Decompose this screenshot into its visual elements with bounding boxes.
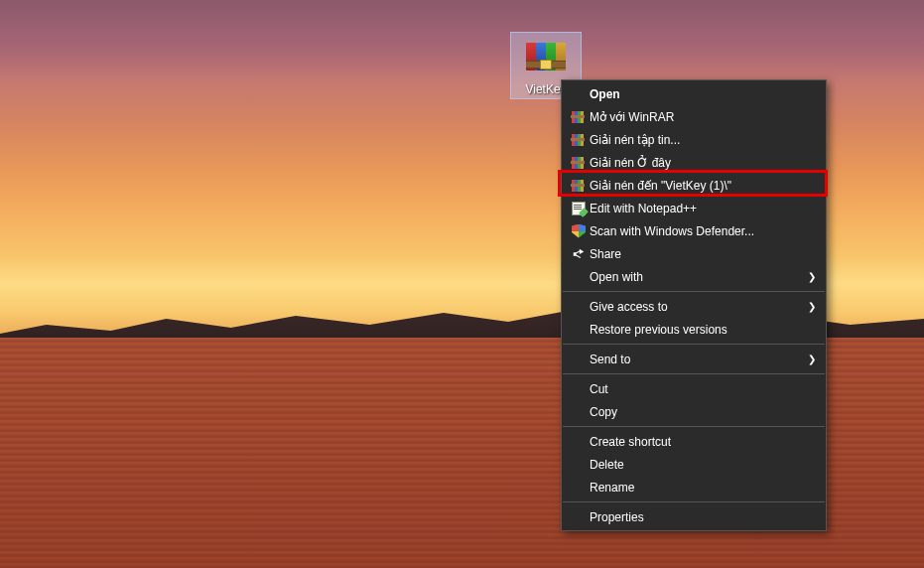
menu-icon-slot bbox=[568, 223, 590, 239]
menu-icon-slot bbox=[568, 299, 590, 315]
menu-item[interactable]: Give access to❯ bbox=[562, 295, 826, 318]
menu-item-label: Create shortcut bbox=[590, 435, 796, 449]
menu-icon-slot bbox=[568, 457, 590, 473]
menu-item-label: Giải nén Ở đây bbox=[590, 156, 796, 170]
menu-item-label: Properties bbox=[590, 510, 796, 524]
menu-icon-slot bbox=[568, 155, 590, 171]
menu-item[interactable]: Giải nén Ở đây bbox=[562, 151, 826, 174]
menu-item[interactable]: Giải nén tập tin... bbox=[562, 128, 826, 151]
menu-icon-slot bbox=[568, 322, 590, 338]
winrar-icon bbox=[571, 133, 587, 147]
menu-icon-slot bbox=[568, 352, 590, 367]
menu-separator bbox=[563, 344, 825, 345]
menu-separator bbox=[563, 373, 825, 374]
menu-item-label: Give access to bbox=[590, 300, 796, 314]
menu-item-label: Restore previous versions bbox=[590, 323, 796, 337]
menu-icon-slot bbox=[568, 434, 590, 450]
menu-item[interactable]: Giải nén đến "VietKey (1)\" bbox=[562, 174, 826, 197]
menu-separator bbox=[563, 291, 825, 292]
menu-icon-slot bbox=[568, 86, 590, 102]
winrar-icon bbox=[571, 156, 587, 170]
menu-item-label: Cut bbox=[590, 382, 796, 396]
menu-icon-slot bbox=[568, 269, 590, 285]
menu-item-label: Share bbox=[590, 247, 796, 261]
defender-shield-icon bbox=[572, 224, 586, 238]
winrar-archive-icon bbox=[524, 35, 568, 78]
winrar-icon bbox=[571, 179, 587, 193]
menu-item-label: Open bbox=[590, 87, 796, 101]
menu-item[interactable]: Properties bbox=[562, 505, 826, 528]
menu-item[interactable]: Scan with Windows Defender... bbox=[562, 219, 826, 242]
menu-icon-slot bbox=[568, 132, 590, 148]
menu-icon-slot bbox=[568, 178, 590, 194]
menu-item-label: Giải nén đến "VietKey (1)\" bbox=[590, 179, 796, 193]
menu-item[interactable]: Open with❯ bbox=[562, 265, 826, 288]
menu-icon-slot bbox=[568, 109, 590, 125]
menu-icon-slot bbox=[568, 480, 590, 496]
menu-icon-slot bbox=[568, 246, 590, 262]
menu-item-label: Edit with Notepad++ bbox=[590, 202, 796, 215]
menu-item[interactable]: Rename bbox=[562, 476, 826, 498]
menu-item[interactable]: Send to❯ bbox=[562, 348, 826, 370]
menu-item-label: Send to bbox=[590, 353, 796, 366]
menu-item-label: Giải nén tập tin... bbox=[590, 133, 796, 147]
menu-item-label: Rename bbox=[590, 481, 796, 495]
menu-item-label: Delete bbox=[590, 458, 796, 472]
menu-item[interactable]: Open bbox=[562, 82, 826, 105]
menu-item[interactable]: Cut bbox=[562, 377, 826, 400]
winrar-icon bbox=[571, 110, 587, 124]
menu-separator bbox=[563, 426, 825, 427]
menu-item[interactable]: Restore previous versions bbox=[562, 318, 826, 341]
menu-icon-slot bbox=[568, 404, 590, 420]
menu-icon-slot bbox=[568, 201, 590, 216]
chevron-right-icon: ❯ bbox=[808, 354, 816, 364]
menu-icon-slot bbox=[568, 381, 590, 397]
menu-item[interactable]: Delete bbox=[562, 453, 826, 476]
menu-item-label: Open with bbox=[590, 270, 796, 284]
menu-item[interactable]: Create shortcut bbox=[562, 430, 826, 453]
share-icon bbox=[572, 247, 586, 261]
svg-rect-0 bbox=[574, 252, 577, 256]
menu-item-label: Scan with Windows Defender... bbox=[590, 224, 796, 238]
chevron-right-icon: ❯ bbox=[808, 301, 816, 312]
notepadpp-icon bbox=[572, 202, 586, 215]
menu-item-label: Mở với WinRAR bbox=[590, 110, 796, 124]
menu-item[interactable]: Share bbox=[562, 242, 826, 265]
menu-item[interactable]: Mở với WinRAR bbox=[562, 105, 826, 128]
menu-item[interactable]: Edit with Notepad++ bbox=[562, 197, 826, 219]
menu-icon-slot bbox=[568, 509, 590, 525]
menu-item-label: Copy bbox=[590, 405, 796, 419]
chevron-right-icon: ❯ bbox=[808, 271, 816, 282]
menu-item[interactable]: Copy bbox=[562, 400, 826, 423]
menu-separator bbox=[563, 501, 825, 502]
context-menu: OpenMở với WinRARGiải nén tập tin...Giải… bbox=[561, 79, 827, 531]
